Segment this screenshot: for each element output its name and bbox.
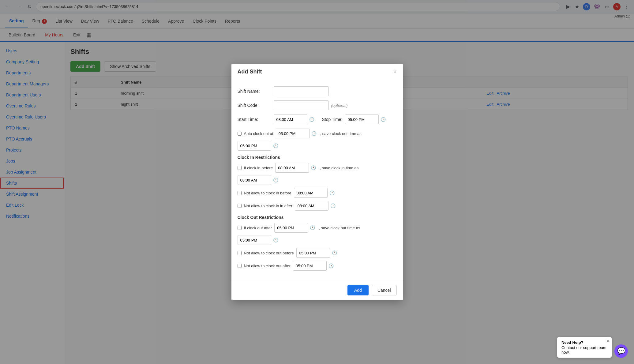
- not-allow-clock-out-after-checkbox[interactable]: [238, 264, 242, 268]
- cancel-button[interactable]: Cancel: [372, 285, 397, 295]
- clock-in-section-title: Clock In Restrictions: [238, 155, 397, 160]
- not-allow-clock-in-before-icon[interactable]: 🕐: [328, 190, 336, 195]
- shift-name-label: Shift Name:: [238, 89, 271, 94]
- auto-clock-out-checkbox[interactable]: [238, 132, 242, 136]
- auto-save-clock-icon[interactable]: 🕐: [272, 143, 279, 148]
- not-allow-clock-in-after-icon[interactable]: 🕐: [329, 203, 337, 208]
- add-shift-modal: Add Shift × Shift Name: Shift Code: (opt…: [231, 64, 403, 300]
- help-bubble-subtitle: Contact our support team now.: [561, 345, 607, 355]
- optional-text: (optional): [331, 103, 348, 108]
- clock-in-before-row: If clock in before 🕐 , save clock in tim…: [238, 163, 397, 185]
- clock-out-after-checkbox[interactable]: [238, 226, 242, 230]
- modal-footer: Add Cancel: [231, 280, 403, 300]
- not-allow-clock-out-after-row: Not allow to clock out after 🕐: [238, 261, 397, 271]
- not-allow-clock-out-before-icon[interactable]: 🕐: [331, 250, 338, 255]
- help-avatar[interactable]: 💬: [614, 344, 628, 358]
- clock-in-before-time[interactable]: [275, 163, 309, 173]
- clock-in-before-label: If clock in before: [244, 166, 273, 170]
- auto-clock-out-save-label: , save clock out time as: [320, 131, 362, 136]
- clock-out-after-row: If clock out after 🕐 , save clock out ti…: [238, 223, 397, 245]
- clock-out-after-icon[interactable]: 🕐: [309, 225, 316, 230]
- add-button[interactable]: Add: [347, 285, 369, 295]
- not-allow-clock-out-before-time[interactable]: [296, 248, 330, 258]
- stop-time-clock-icon[interactable]: 🕐: [379, 117, 387, 122]
- clock-in-save-icon[interactable]: 🕐: [272, 178, 279, 182]
- modal-body: Shift Name: Shift Code: (optional) Start…: [231, 80, 403, 280]
- stop-time-input[interactable]: [345, 114, 379, 124]
- stop-time-wrap: 🕐: [345, 114, 387, 124]
- help-bubble-close-button[interactable]: ×: [607, 339, 609, 343]
- auto-save-time-wrap: 🕐: [238, 141, 279, 151]
- clock-out-save-time[interactable]: [238, 235, 271, 245]
- clock-in-before-icon[interactable]: 🕐: [309, 165, 317, 170]
- auto-save-time[interactable]: [238, 141, 271, 151]
- start-time-input[interactable]: [274, 114, 307, 124]
- not-allow-clock-in-after-row: Not allow to clock in in after 🕐: [238, 201, 397, 211]
- not-allow-clock-out-after-time-wrap: 🕐: [293, 261, 335, 271]
- clock-out-save-time-wrap: 🕐: [238, 235, 279, 245]
- time-row: Start Time: 🕐 Stop Time: 🕐: [238, 114, 397, 124]
- not-allow-clock-in-before-checkbox[interactable]: [238, 191, 242, 195]
- start-time-wrap: 🕐: [274, 114, 316, 124]
- modal-title: Add Shift: [238, 69, 262, 75]
- help-widget: × Need Help? Contact our support team no…: [557, 337, 628, 358]
- clock-out-save-icon[interactable]: 🕐: [272, 238, 279, 242]
- not-allow-clock-out-before-time-wrap: 🕐: [296, 248, 338, 258]
- auto-clock-out-time-wrap: 🕐: [276, 129, 318, 138]
- clock-in-save-time[interactable]: [238, 175, 271, 185]
- auto-clock-icon[interactable]: 🕐: [310, 131, 318, 136]
- not-allow-clock-out-before-checkbox[interactable]: [238, 251, 242, 255]
- auto-clock-out-time[interactable]: [276, 129, 309, 138]
- not-allow-clock-out-before-row: Not allow to clock out before 🕐: [238, 248, 397, 258]
- not-allow-clock-in-after-checkbox[interactable]: [238, 204, 242, 208]
- shift-code-input[interactable]: [274, 100, 329, 110]
- shift-name-input[interactable]: [274, 86, 329, 96]
- shift-code-row: Shift Code: (optional): [238, 100, 397, 110]
- not-allow-clock-out-after-icon[interactable]: 🕐: [327, 263, 335, 268]
- modal-close-button[interactable]: ×: [393, 69, 397, 75]
- modal-overlay: Add Shift × Shift Name: Shift Code: (opt…: [0, 0, 634, 364]
- clock-out-after-time-wrap: 🕐: [274, 223, 316, 233]
- clock-out-save-label: , save clock out time as: [319, 226, 360, 230]
- not-allow-clock-out-after-time[interactable]: [293, 261, 327, 271]
- not-allow-clock-in-after-label: Not allow to clock in in after: [244, 204, 292, 208]
- clock-out-after-time[interactable]: [274, 223, 308, 233]
- shift-name-row: Shift Name:: [238, 86, 397, 96]
- clock-in-before-checkbox[interactable]: [238, 166, 242, 170]
- not-allow-clock-out-before-label: Not allow to clock out before: [244, 251, 294, 255]
- clock-in-save-time-wrap: 🕐: [238, 175, 279, 185]
- not-allow-clock-in-after-time-wrap: 🕐: [295, 201, 337, 211]
- not-allow-clock-in-before-time-wrap: 🕐: [294, 188, 336, 198]
- auto-clock-out-row: Auto clock out at 🕐 , save clock out tim…: [238, 129, 397, 151]
- start-time-label: Start Time:: [238, 117, 271, 122]
- clock-in-before-time-wrap: 🕐: [275, 163, 317, 173]
- not-allow-clock-in-after-time[interactable]: [295, 201, 328, 211]
- not-allow-clock-out-after-label: Not allow to clock out after: [244, 264, 291, 268]
- clock-out-after-label: If clock out after: [244, 226, 272, 230]
- help-bubble: × Need Help? Contact our support team no…: [557, 337, 612, 358]
- start-time-clock-icon[interactable]: 🕐: [308, 117, 316, 122]
- auto-clock-out-label: Auto clock out at: [244, 131, 273, 136]
- stop-time-label: Stop Time:: [318, 117, 343, 122]
- help-bubble-title: Need Help?: [561, 340, 607, 345]
- clock-out-section-title: Clock Out Restrictions: [238, 215, 397, 220]
- not-allow-clock-in-before-label: Not allow to clock in before: [244, 191, 291, 195]
- clock-in-before-save-label: , save clock in time as: [320, 166, 358, 170]
- not-allow-clock-in-before-row: Not allow to clock in before 🕐: [238, 188, 397, 198]
- not-allow-clock-in-before-time[interactable]: [294, 188, 328, 198]
- shift-code-label: Shift Code:: [238, 103, 271, 108]
- modal-header: Add Shift ×: [231, 64, 403, 80]
